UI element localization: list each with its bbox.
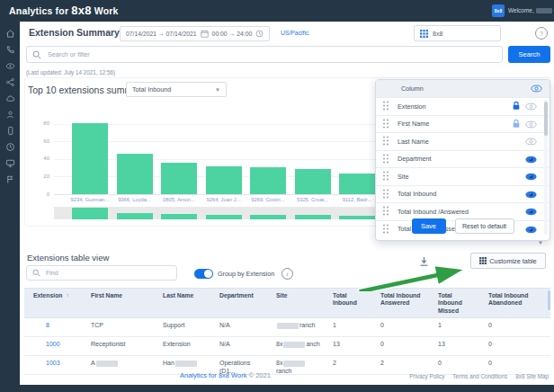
sidebar-item-cloud[interactable] xyxy=(4,94,16,104)
brush-bar xyxy=(339,216,375,219)
lock-icon[interactable] xyxy=(512,98,521,114)
sidebar-item-share[interactable] xyxy=(4,77,16,88)
drag-handle-icon[interactable] xyxy=(382,168,389,184)
site-cell: 8xranch xyxy=(267,356,324,374)
device-icon xyxy=(5,123,15,139)
eye-icon[interactable] xyxy=(525,186,537,202)
total-cell: 13 xyxy=(429,337,479,355)
sidebar-item-flag[interactable] xyxy=(4,174,16,185)
user-menu[interactable]: Welcome, ▾ xyxy=(508,7,554,13)
chart-bar xyxy=(295,169,331,194)
first-name-cell: A xyxy=(82,356,154,374)
drag-handle-icon[interactable] xyxy=(382,186,389,202)
drag-handle-icon[interactable] xyxy=(382,151,389,167)
extension-link[interactable]: 8 xyxy=(24,318,82,336)
eye-icon[interactable] xyxy=(525,116,537,132)
first-name-cell: Receptionist xyxy=(82,337,154,355)
user-icon xyxy=(5,107,15,123)
sidebar-item-device[interactable] xyxy=(4,126,16,137)
eye-icon[interactable] xyxy=(525,168,537,184)
find-input[interactable] xyxy=(44,269,171,277)
eye-icon[interactable] xyxy=(525,98,537,114)
table-scrollbar-thumb[interactable] xyxy=(548,290,550,310)
popup-scrollbar-thumb[interactable] xyxy=(544,102,548,136)
pbx-selector[interactable]: 8x8 xyxy=(414,25,501,41)
column-row-last-name[interactable]: Last Name xyxy=(376,132,550,150)
table-header-row: Extension↑First NameLast NameDepartmentS… xyxy=(24,288,550,318)
search-button[interactable]: Search xyxy=(508,46,550,63)
footer-link-privacy-policy[interactable]: Privacy Policy xyxy=(409,373,444,379)
column-row-department[interactable]: Department xyxy=(376,150,550,168)
search-input[interactable] xyxy=(46,49,496,59)
table-body: 8TCPSupportN/Aranch10101000ReceptionistE… xyxy=(24,318,550,375)
eye-icon[interactable] xyxy=(525,133,537,149)
help-icon[interactable]: ? xyxy=(535,27,548,40)
group-by-extension-label: Group by Extension xyxy=(218,270,274,278)
sidebar-item-user[interactable] xyxy=(4,110,16,120)
column-row-first-name[interactable]: First Name xyxy=(376,115,550,133)
column-row-total-inbound-answered[interactable]: Total Inbound /Answered xyxy=(376,202,550,220)
footer-brand-link[interactable]: Analytics for 8x8 Work xyxy=(180,371,246,379)
download-icon[interactable] xyxy=(419,256,429,267)
drag-handle-icon[interactable] xyxy=(382,203,389,219)
column-row-label: Department xyxy=(398,155,525,163)
column-header-first-name[interactable]: First Name xyxy=(82,289,154,317)
caret-down-icon: ▼ xyxy=(215,87,220,93)
department-cell: N/A xyxy=(210,337,267,355)
date-range-picker[interactable]: 07/14/2021 → 07/14/2021 00:00 → 24:00 xyxy=(120,26,270,41)
drag-handle-icon[interactable] xyxy=(382,133,389,149)
metric-dropdown[interactable]: Total Inbound ▼ xyxy=(126,82,227,97)
pbx-value: 8x8 xyxy=(433,31,442,37)
sidebar-item-clock[interactable] xyxy=(4,142,16,153)
chart-bar xyxy=(117,154,153,194)
sidebar-item-eye[interactable] xyxy=(4,61,16,72)
timezone-link[interactable]: US/Pacific xyxy=(281,30,308,36)
home-icon xyxy=(5,26,15,42)
extension-link[interactable]: 1000 xyxy=(24,337,82,355)
y-tick-label: 20 xyxy=(24,174,49,179)
date-range-value: 07/14/2021 → 07/14/2021 xyxy=(126,31,197,37)
reset-to-default-button[interactable]: Reset to default xyxy=(455,218,514,234)
column-header-total-inbound-answered[interactable]: Total Inbound Answered xyxy=(371,289,429,317)
column-header-extension[interactable]: Extension↑ xyxy=(24,289,82,317)
brush-bar xyxy=(206,215,242,219)
scroll-more-icon[interactable]: ▼ xyxy=(538,240,543,245)
analytics-app: Analytics for 8x8 Work 8x8 Welcome, ▾ Ex… xyxy=(0,0,554,392)
search-icon xyxy=(32,50,41,59)
brand-8x8: 8x8 xyxy=(71,4,91,17)
sidebar-item-phone[interactable] xyxy=(4,45,16,56)
redacted-text xyxy=(277,323,299,329)
column-row-extension[interactable]: Extension xyxy=(376,97,550,115)
sidebar-item-monitor[interactable] xyxy=(4,158,16,169)
drag-handle-icon[interactable] xyxy=(382,98,389,114)
customize-table-button[interactable]: Customize table xyxy=(470,253,546,269)
group-by-extension-toggle[interactable] xyxy=(194,269,213,279)
column-header-last-name[interactable]: Last Name xyxy=(154,289,210,317)
column-header-total-inbound-missed[interactable]: Total Inbound Missed xyxy=(429,289,479,317)
time-range-value: 00:00 → 24:00 xyxy=(212,31,253,37)
y-tick-label: 40 xyxy=(24,156,49,161)
info-icon[interactable]: i xyxy=(281,268,293,280)
column-header-department[interactable]: Department xyxy=(210,289,267,317)
chart-bar xyxy=(339,174,375,194)
column-row-label: Total Inbound /Answered xyxy=(398,208,525,216)
column-header-total-inbound[interactable]: Total Inbound xyxy=(324,289,371,317)
column-row-label: First Name xyxy=(398,120,512,128)
column-row-site[interactable]: Site xyxy=(376,167,550,185)
lock-icon[interactable] xyxy=(512,116,521,132)
column-header-site[interactable]: Site xyxy=(267,289,324,317)
bottom-bar xyxy=(0,385,554,392)
eye-all-icon[interactable] xyxy=(531,85,542,93)
site-cell: 8xanch xyxy=(267,337,324,355)
column-header-total-inbound-abandoned[interactable]: Total Inbound Abandoned xyxy=(479,289,550,317)
footer-link-8x8-site-map[interactable]: 8x8 Site Map xyxy=(515,373,549,379)
extension-link[interactable]: 1003 xyxy=(24,356,82,374)
column-row-total-inbound[interactable]: Total Inbound xyxy=(376,185,550,203)
footer-link-terms-and-conditions[interactable]: Terms and Conditions xyxy=(452,373,507,379)
sidebar-item-home[interactable] xyxy=(4,29,16,40)
eye-icon[interactable] xyxy=(525,151,537,167)
eye-icon[interactable] xyxy=(525,203,537,219)
drag-handle-icon[interactable] xyxy=(382,116,389,132)
phone-icon xyxy=(5,42,15,58)
save-button[interactable]: Save xyxy=(412,218,446,234)
